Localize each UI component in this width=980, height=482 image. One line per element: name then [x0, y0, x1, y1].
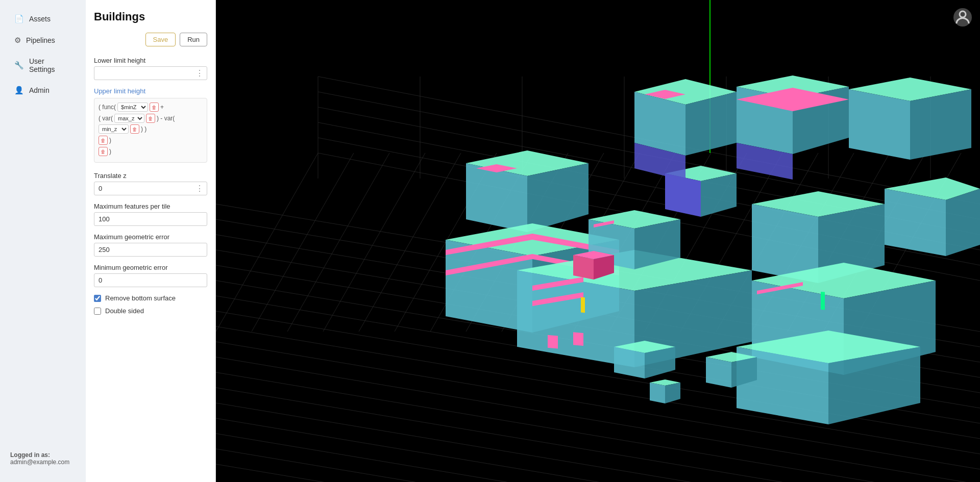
max-features-input[interactable] [94, 213, 207, 225]
expr-row-2: ( var( max_z min_z 🗑 ) - var( min_z max_… [99, 114, 203, 134]
svg-marker-84 [946, 189, 980, 256]
building-group-1 [634, 79, 737, 156]
upper-limit-height-section: Upper limit height ( func( $minZ $maxZ 🗑… [94, 87, 207, 165]
sidebar-footer: Logged in as: admin@example.com [0, 443, 86, 474]
max-geo-error-input-row [94, 243, 207, 257]
building-group-3 [849, 78, 971, 160]
lower-limit-height-label: Lower limit height [94, 57, 207, 64]
remove-bottom-surface-row: Remove bottom surface [94, 294, 207, 302]
admin-icon: 👤 [14, 86, 24, 95]
sidebar-label-admin: Admin [29, 86, 50, 94]
min-geo-error-input-row [94, 273, 207, 287]
svg-marker-108 [706, 357, 731, 388]
sidebar-label-user-settings: User Settings [29, 57, 71, 73]
run-button[interactable]: Run [180, 33, 207, 46]
logged-in-text: Logged in as: [10, 451, 76, 459]
svg-rect-77 [548, 335, 558, 349]
pipelines-icon: ⚙ [14, 36, 21, 45]
expr-close-3: ) ) [141, 125, 146, 133]
user-email: admin@example.com [10, 459, 76, 466]
expr-row-1: ( func( $minZ $maxZ 🗑 + [99, 103, 203, 112]
expr-close-4: ) [109, 137, 111, 144]
building-group-2 [737, 75, 849, 154]
max-features-section: Maximum features per tile [94, 202, 207, 226]
lower-limit-height-input[interactable] [94, 67, 192, 80]
expr-var-select-2[interactable]: min_z max_z [99, 124, 129, 134]
translate-z-section: Translate z ⋮ [94, 172, 207, 195]
translate-z-input[interactable] [94, 182, 192, 195]
svg-rect-114 [821, 292, 825, 310]
max-features-input-row [94, 212, 207, 226]
min-geo-error-input[interactable] [94, 274, 207, 287]
expr-close-5: ) [109, 148, 111, 155]
lower-limit-height-section: Lower limit height ⋮ [94, 57, 207, 80]
upper-limit-height-label: Upper limit height [94, 87, 207, 95]
expr-delete-btn-3[interactable]: 🗑 [130, 124, 139, 134]
double-sided-row: Double sided [94, 307, 207, 315]
expr-open-paren-1: ( func( [99, 104, 116, 111]
svg-rect-78 [573, 332, 583, 346]
translate-z-input-row: ⋮ [94, 182, 207, 195]
max-geo-error-input[interactable] [94, 243, 207, 256]
settings-icon: 🔧 [14, 61, 24, 70]
settings-panel: Buildings Save Run Lower limit height ⋮ … [86, 0, 216, 482]
svg-marker-61 [849, 89, 910, 160]
max-geo-error-label: Maximum geometric error [94, 233, 207, 241]
expr-delete-btn-5[interactable]: 🗑 [99, 147, 108, 156]
translate-z-menu[interactable]: ⋮ [192, 184, 207, 193]
expr-delete-btn-2[interactable]: 🗑 [146, 114, 155, 123]
sidebar-label-pipelines: Pipelines [26, 36, 55, 44]
max-features-label: Maximum features per tile [94, 202, 207, 210]
upper-limit-expr-container: ( func( $minZ $maxZ 🗑 + ( var( max_z min… [94, 98, 207, 163]
double-sided-checkbox[interactable] [94, 308, 101, 315]
svg-marker-83 [885, 189, 946, 256]
lower-limit-height-input-row: ⋮ [94, 66, 207, 80]
expr-var-select-1[interactable]: max_z min_z [114, 114, 144, 123]
3d-viewport[interactable]: .grid-line { stroke: #333; stroke-width:… [216, 0, 980, 482]
expr-delete-btn-1[interactable]: 🗑 [150, 103, 159, 112]
svg-marker-62 [910, 89, 971, 160]
expr-minus: ) - var( [157, 115, 175, 122]
sidebar-label-assets: Assets [29, 15, 51, 23]
double-sided-label[interactable]: Double sided [105, 307, 144, 315]
expr-open-paren-2: ( var( [99, 115, 113, 122]
expr-plus-1: + [160, 104, 164, 111]
expr-row-4: 🗑 ) [99, 147, 203, 156]
sidebar-item-pipelines[interactable]: ⚙ Pipelines [4, 31, 82, 50]
svg-point-0 [960, 11, 966, 17]
translate-z-label: Translate z [94, 172, 207, 180]
expr-row-3: 🗑 ) [99, 136, 203, 145]
svg-rect-113 [581, 297, 585, 313]
lower-limit-height-menu[interactable]: ⋮ [192, 68, 207, 78]
remove-bottom-surface-label[interactable]: Remove bottom surface [105, 294, 176, 302]
expr-delete-btn-4[interactable]: 🗑 [99, 136, 108, 145]
max-geo-error-section: Maximum geometric error [94, 233, 207, 257]
user-menu-button[interactable] [953, 8, 972, 27]
svg-marker-111 [650, 383, 665, 403]
sidebar-item-assets[interactable]: 📄 Assets [4, 9, 82, 29]
sidebar-item-admin[interactable]: 👤 Admin [4, 81, 82, 100]
min-geo-error-section: Minimum geometric error [94, 264, 207, 287]
building-group-8 [885, 177, 980, 256]
scene-svg: .grid-line { stroke: #333; stroke-width:… [216, 0, 980, 482]
panel-actions: Save Run [94, 33, 207, 46]
sidebar-item-user-settings[interactable]: 🔧 User Settings [4, 52, 82, 79]
save-button[interactable]: Save [145, 33, 176, 46]
assets-icon: 📄 [14, 14, 24, 23]
remove-bottom-surface-checkbox[interactable] [94, 295, 101, 302]
page-title: Buildings [94, 10, 207, 23]
expr-func-select[interactable]: $minZ $maxZ [117, 103, 148, 112]
svg-marker-100 [573, 255, 594, 280]
sidebar: 📄 Assets ⚙ Pipelines 🔧 User Settings 👤 A… [0, 0, 86, 482]
min-geo-error-label: Minimum geometric error [94, 264, 207, 271]
